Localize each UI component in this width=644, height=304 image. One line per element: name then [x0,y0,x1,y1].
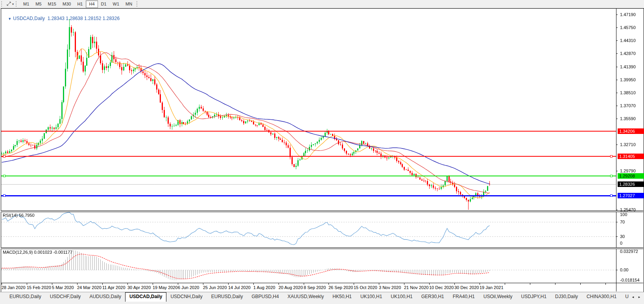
tab-usdcnh-daily[interactable]: USDCNH,Daily [166,292,206,302]
time-tick [605,283,606,285]
chart-tab-bar: EURUSD,DailyUSDCHF,DailyAUDUSD,DailyUSDC… [0,292,644,304]
toolbar-grip[interactable] [16,1,18,7]
macd-scale-label: 0.032972 [620,249,638,254]
price-tick [616,210,618,210]
timeframe-button-mn[interactable]: MN [122,0,135,8]
date-label: 21 Nov 2020 [404,285,428,290]
tab-hk50-h1[interactable]: HK50,H1 [328,292,356,302]
tab-fra40-h1[interactable]: FRA40,H1 [449,292,479,302]
time-tick [580,283,581,285]
date-label: 14 Jul 2020 [228,285,251,290]
trendline-tool-icon [6,1,11,7]
price-tick-label: 1.32710 [620,142,636,147]
tab-china300-h1[interactable]: CHINA300,H1 [583,292,620,302]
time-tick [127,283,128,285]
rsi-indicator-label: RSI(14) 56.7950 [3,213,35,218]
time-tick [555,283,555,285]
date-label: 1 Aug 2020 [253,285,275,290]
price-tick [616,93,618,93]
price-tick [616,53,618,54]
tab-ger30-h1[interactable]: GER30,H1 [417,292,448,302]
price-tick-label: 1.47190 [620,12,636,17]
date-label: 20 Aug 2020 [279,285,303,290]
rsi-level-tick [616,236,618,237]
price-tick-label: 1.44310 [620,38,636,43]
price-tick [616,171,618,171]
tab-u[interactable]: U [621,292,630,302]
chart-symbol-label: USDCAD,Daily [13,16,45,21]
tab-scroll-right-button[interactable]: ▸ [636,293,642,300]
tab-usdchf-daily[interactable]: USDCHF,Daily [46,292,85,302]
tab-usdcad-daily[interactable]: USDCAD,Daily [125,292,166,302]
timeframe-button-m15[interactable]: M15 [45,0,59,8]
price-tick [616,80,618,80]
price-tick-label: 1.29790 [620,168,636,174]
tab-eurusd-daily[interactable]: EURUSD,Daily [6,292,45,302]
time-tick [530,283,530,285]
time-tick [102,283,103,285]
timeframe-button-m30[interactable]: M30 [59,0,74,8]
tab-uk100-h1[interactable]: UK100,H1 [356,292,386,302]
date-label: 19 Jan 2021 [480,285,504,290]
date-label: 19 May 2020 [153,285,178,290]
tab-xauusd-weekly[interactable]: XAUUSD,Weekly [284,292,328,302]
price-tick-label: 1.45750 [620,25,636,30]
timeframe-button-h1[interactable]: H1 [74,0,86,8]
time-tick [304,283,304,285]
price-tick [616,40,618,41]
collapse-triangle-icon[interactable]: ▼ [8,17,11,21]
date-label: 28 Jan 2020 [2,285,26,290]
price-tick [616,27,618,28]
panel-splitter-macd[interactable] [1,247,643,249]
hline-price-label: 1.27027 [618,193,644,198]
tab-scroll-left-button[interactable]: ◂ [630,293,636,300]
timeframe-button-m1[interactable]: M1 [20,0,32,8]
hline-price-label: 1.29208 [618,173,644,179]
tab-usoil-weekly[interactable]: USOil,Weekly [480,292,517,302]
time-tick [480,283,480,285]
trendline-tool-button[interactable]: ▾ [6,1,15,7]
tab-dj30-daily[interactable]: DJ30,Daily [551,292,582,302]
time-tick [2,283,2,285]
tab-usdjpy-h1[interactable]: USDJPY,H1 [517,292,550,302]
chart-ohlc-values: 1.28343 1.28638 1.28152 1.28326 [48,16,120,21]
rsi-indicator-canvas[interactable] [1,212,616,247]
tab-uk100-h1[interactable]: UK100,H1 [387,292,416,302]
toolbar-grip[interactable] [137,1,139,7]
time-tick [279,283,279,285]
time-tick [328,283,329,285]
price-tick [616,145,618,145]
macd-scale-label: -0.018154 [620,277,640,283]
rsi-scale-label: 70 [620,219,625,225]
time-tick [153,283,153,285]
macd-indicator-canvas[interactable] [1,249,616,283]
tab-eurusd-daily[interactable]: EURUSD,Daily [207,292,247,302]
time-tick [379,283,379,285]
time-tick [454,283,455,285]
time-axis-border [1,283,643,283]
time-tick [404,283,404,285]
tab-gbpusd-h4[interactable]: GBPUSD,H4 [247,292,282,302]
price-tick-label: 1.41390 [620,64,636,70]
date-label: 30 Apr 2020 [127,285,151,290]
tab-audusd-daily[interactable]: AUDUSD,Daily [85,292,125,302]
timeframe-toolbar: ▾ M1M5M15M30H1H4D1W1MN [0,0,644,8]
date-label: 8 Sep 2020 [304,285,326,290]
timeframe-button-m5[interactable]: M5 [32,0,44,8]
timeframe-button-h4[interactable]: H4 [86,0,98,8]
macd-indicator-label: MACD(12,26,9) 0.001023 -0.001177 [3,250,72,255]
timeframe-button-d1[interactable]: D1 [98,0,110,8]
date-label: 5 Mar 2020 [52,285,74,290]
rsi-scale-label: 100 [620,212,627,217]
tab-scroll-buttons: ◂ ▸ [630,292,644,302]
panel-splitter-rsi[interactable] [1,211,643,212]
chevron-down-icon[interactable]: ▾ [12,2,14,6]
time-tick [253,283,254,285]
date-label: 11 Apr 2020 [102,285,125,290]
current-price-label: 1.28326 [618,181,644,187]
time-tick [178,283,178,285]
toolbar-grip[interactable] [1,1,4,7]
date-label: 10 Dec 2020 [429,285,454,290]
timeframe-button-w1[interactable]: W1 [110,0,123,8]
main-chart-canvas[interactable] [1,9,616,211]
